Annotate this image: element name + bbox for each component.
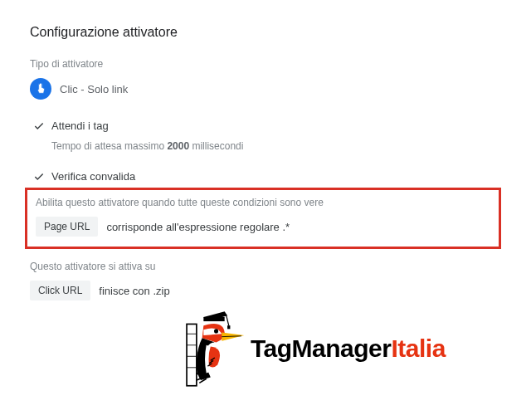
- fires-on-operator-value: finisce con .zip: [99, 285, 169, 297]
- check-validation-row[interactable]: Verifica convalida: [33, 170, 501, 183]
- wait-tags-checkbox-row[interactable]: Attendi i tag: [33, 120, 501, 132]
- wait-time-text: Tempo di attesa massimo 2000 millisecond…: [51, 140, 501, 152]
- logo-text: TagManagerItalia: [251, 335, 446, 363]
- checkmark-icon: [33, 120, 45, 132]
- enable-conditions-label: Abilita questo attivatore quando tutte q…: [36, 197, 490, 208]
- trigger-type-label: Tipo di attivatore: [30, 58, 501, 70]
- brand-logo: TagManagerItalia: [183, 307, 446, 390]
- fires-on-variable-chip[interactable]: Click URL: [30, 281, 90, 300]
- condition-variable-chip[interactable]: Page URL: [36, 217, 98, 237]
- trigger-type-row[interactable]: Clic - Solo link: [30, 78, 501, 100]
- trigger-type-value: Clic - Solo link: [60, 83, 128, 95]
- enable-condition-row[interactable]: Page URL corrisponde all'espressione reg…: [36, 217, 490, 237]
- validation-label: Verifica convalida: [51, 170, 135, 183]
- page-title: Configurazione attivatore: [30, 25, 501, 40]
- click-link-icon: [30, 78, 51, 100]
- wait-tags-label: Attendi i tag: [51, 120, 109, 132]
- svg-line-2: [226, 315, 228, 326]
- enable-conditions-highlight: Abilita questo attivatore quando tutte q…: [25, 188, 501, 249]
- svg-rect-7: [187, 324, 197, 385]
- fires-on-row[interactable]: Click URL finisce con .zip: [30, 281, 501, 300]
- svg-rect-1: [203, 317, 224, 321]
- checkmark-icon: [33, 171, 45, 183]
- svg-point-4: [214, 329, 218, 333]
- fires-on-label: Questo attivatore si attiva su: [30, 261, 501, 272]
- woodpecker-icon: [183, 307, 246, 390]
- condition-operator-value: corrisponde all'espressione regolare .*: [106, 221, 290, 233]
- svg-rect-3: [227, 325, 230, 329]
